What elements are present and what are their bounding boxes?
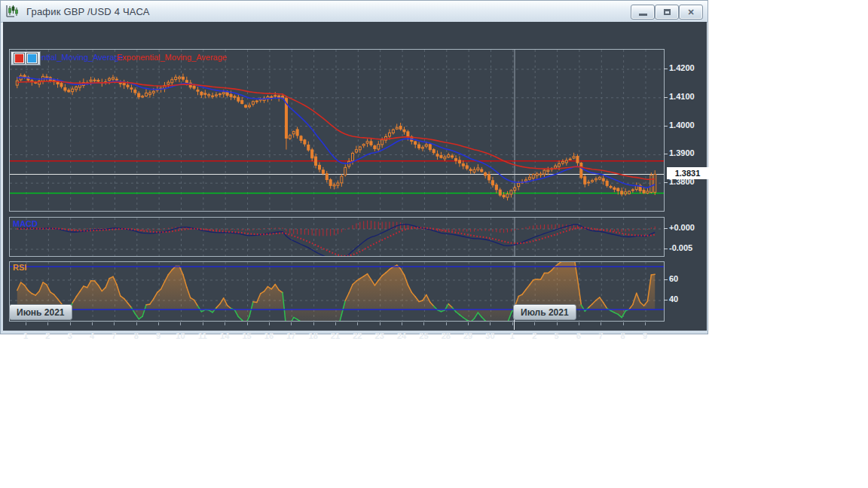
x-axis-tick xyxy=(380,322,381,325)
x-axis-label: 21 xyxy=(331,331,340,340)
rsi-axis-tick xyxy=(664,300,668,300)
candle-body xyxy=(631,190,634,191)
candle-body xyxy=(337,183,339,185)
x-axis-label: 18 xyxy=(309,331,318,340)
x-axis-tick xyxy=(557,322,558,325)
x-axis-tick xyxy=(490,322,491,325)
candle-body xyxy=(130,88,133,89)
candle-body xyxy=(421,148,423,148)
candle-body xyxy=(35,82,37,83)
candle-body xyxy=(249,105,251,107)
chart-window: График GBP /USD 4 ЧАСА ✕ Exponential_Mov… xyxy=(0,0,708,334)
price-chart-panel[interactable] xyxy=(9,49,665,212)
x-axis-label: 15 xyxy=(242,331,251,340)
title-bar[interactable]: График GBP /USD 4 ЧАСА ✕ xyxy=(1,1,708,23)
candle-body xyxy=(359,147,361,150)
x-axis-label: 8 xyxy=(134,331,139,340)
x-axis-tick xyxy=(92,322,93,325)
candle-body xyxy=(381,140,384,145)
legend-chip-box[interactable] xyxy=(11,51,41,66)
candle-body xyxy=(543,170,546,174)
candle-body xyxy=(617,188,619,191)
candle-body xyxy=(555,166,557,168)
candle-body xyxy=(488,175,491,180)
window-title: График GBP /USD 4 ЧАСА xyxy=(26,6,150,17)
candle-body xyxy=(193,86,195,88)
x-axis-label: 25 xyxy=(419,331,428,340)
x-axis-label: 2 xyxy=(45,331,50,340)
candle-body xyxy=(388,133,390,136)
x-axis-label: 10 xyxy=(176,331,185,340)
candle-body xyxy=(506,194,509,198)
candle-body xyxy=(148,93,151,94)
candle-body xyxy=(650,175,653,192)
candle-body xyxy=(274,96,277,96)
x-axis-label: 22 xyxy=(353,331,362,340)
candle-body xyxy=(97,81,99,81)
candle-body xyxy=(392,130,394,133)
candle-body xyxy=(134,90,136,93)
x-axis-label: 5 xyxy=(555,331,559,340)
x-axis-tick xyxy=(313,322,314,325)
rsi-line-segment xyxy=(651,274,655,275)
x-axis-tick xyxy=(335,322,336,325)
candle-body xyxy=(591,181,594,181)
candle-body xyxy=(245,105,247,107)
candle-body xyxy=(90,80,92,81)
month-marker-july: Июль 2021 xyxy=(513,304,576,320)
x-axis-tick xyxy=(623,322,624,325)
x-axis-tick xyxy=(534,322,535,325)
candlestick-chart-icon xyxy=(5,5,20,18)
minimize-button[interactable] xyxy=(631,5,655,20)
x-axis-tick xyxy=(402,322,402,325)
candle-body xyxy=(108,78,111,80)
candle-body xyxy=(138,93,140,97)
x-axis-label: 2 xyxy=(532,331,536,340)
candle-body xyxy=(625,192,627,194)
x-axis-tick xyxy=(446,322,447,325)
candle-body xyxy=(215,95,217,96)
x-axis-label: 23 xyxy=(375,331,384,340)
x-axis-tick xyxy=(203,322,203,325)
candle-body xyxy=(588,182,590,183)
candle-body xyxy=(322,170,324,173)
x-axis-tick xyxy=(70,322,71,325)
candle-body xyxy=(594,178,597,180)
candle-body xyxy=(598,177,601,179)
x-axis-tick xyxy=(136,322,137,325)
candle-body xyxy=(307,145,310,151)
candle-body xyxy=(573,157,575,158)
candle-body xyxy=(78,85,81,88)
candle-body xyxy=(462,164,464,166)
candle-body xyxy=(458,160,460,163)
candle-body xyxy=(514,188,516,190)
close-button[interactable]: ✕ xyxy=(679,5,703,20)
price-axis-tick xyxy=(664,126,668,127)
x-axis-label: 28 xyxy=(442,331,451,340)
candle-body xyxy=(362,145,365,146)
x-axis-tick xyxy=(114,322,115,325)
candle-body xyxy=(145,93,148,96)
candle-body xyxy=(403,130,405,132)
candle-body xyxy=(547,170,549,171)
x-axis-tick xyxy=(291,322,292,325)
macd-axis-label: +0.000 xyxy=(669,223,695,232)
candle-body xyxy=(142,96,144,97)
candle-body xyxy=(418,145,420,148)
candle-body xyxy=(425,145,427,146)
macd-indicator-panel[interactable] xyxy=(9,217,665,257)
candle-body xyxy=(484,172,487,175)
candle-body xyxy=(569,159,571,160)
candle-body xyxy=(60,84,63,87)
candle-body xyxy=(112,78,114,79)
candle-body xyxy=(448,155,450,157)
price-axis-tick xyxy=(664,182,668,183)
candle-body xyxy=(432,150,435,153)
candle-body xyxy=(197,90,199,91)
x-axis-label: 1 xyxy=(23,331,28,340)
x-axis-label: 4 xyxy=(90,331,94,340)
candle-body xyxy=(167,82,170,84)
maximize-button[interactable] xyxy=(655,5,679,20)
candle-body xyxy=(491,181,494,185)
candle-body xyxy=(311,150,313,158)
